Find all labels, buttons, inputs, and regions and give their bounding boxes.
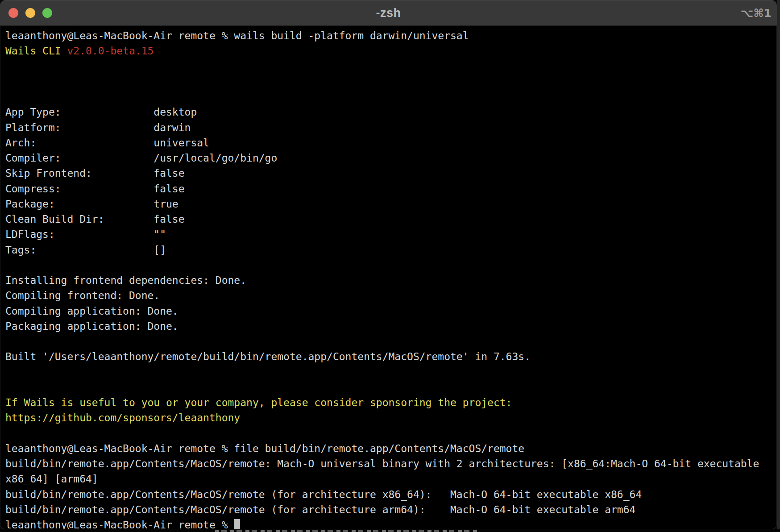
terminal-line: build/bin/remote.app/Contents/MacOS/remo… <box>5 487 777 502</box>
terminal-line <box>5 89 777 104</box>
terminal-screen[interactable]: leaanthony@Leas-MacBook-Air remote % wai… <box>0 26 777 529</box>
terminal-line: If Wails is useful to you or your compan… <box>5 395 777 410</box>
terminal-line: leaanthony@Leas-MacBook-Air remote % fil… <box>5 441 777 456</box>
terminal-text-segment: Platform: darwin <box>5 122 191 133</box>
terminal-line: Platform: darwin <box>5 120 777 135</box>
terminal-text-segment: Package: true <box>5 198 178 210</box>
terminal-line: LDFlags: "" <box>5 227 777 242</box>
terminal-text-segment: LDFlags: "" <box>5 229 166 240</box>
terminal-text-segment: build/bin/remote.app/Contents/MacOS/remo… <box>5 458 759 470</box>
terminal-line: Built '/Users/leaanthony/remote/build/bi… <box>5 349 777 364</box>
background-window-edge <box>777 0 780 529</box>
terminal-text-segment: Tags: [] <box>5 244 166 256</box>
clipped-text-fragments <box>215 530 478 532</box>
terminal-text-segment: Compiling frontend: Done. <box>5 290 160 301</box>
terminal-text-segment: App Type: desktop <box>5 106 197 118</box>
terminal-text-segment: Built '/Users/leaanthony/remote/build/bi… <box>5 351 531 362</box>
terminal-line <box>5 426 777 441</box>
terminal-text-segment: Wails CLI <box>5 45 67 57</box>
terminal-line: Arch: universal <box>5 135 777 150</box>
terminal-line: build/bin/remote.app/Contents/MacOS/remo… <box>5 502 777 517</box>
text-cursor <box>234 519 240 529</box>
terminal-line <box>5 74 777 89</box>
terminal-line <box>5 59 777 74</box>
terminal-line: Package: true <box>5 196 777 212</box>
terminal-line: Wails CLI v2.0.0-beta.15 <box>5 43 777 58</box>
terminal-line <box>5 365 777 380</box>
terminal-text-segment: Clean Build Dir: false <box>5 213 185 225</box>
clipped-background-text-strip <box>0 529 780 532</box>
terminal-line <box>5 380 777 395</box>
terminal-text-segment: Arch: universal <box>5 137 209 149</box>
terminal-line: Skip Frontend: false <box>5 166 777 181</box>
terminal-line: x86_64] [arm64] <box>5 471 777 486</box>
terminal-text-segment: v2.0.0-beta.15 <box>67 45 154 57</box>
window-shortcut-badge: ⌥⌘1 <box>741 0 772 25</box>
terminal-line: Clean Build Dir: false <box>5 212 777 227</box>
terminal-text-segment: leaanthony@Leas-MacBook-Air remote % fil… <box>5 443 524 454</box>
terminal-line: Compress: false <box>5 181 777 196</box>
terminal-text-segment: Compiling application: Done. <box>5 305 178 317</box>
titlebar[interactable]: -zsh ⌥⌘1 <box>0 0 777 26</box>
terminal-line: Compiling application: Done. <box>5 303 777 319</box>
terminal-line: Installing frontend dependencies: Done. <box>5 273 777 288</box>
terminal-line <box>5 258 777 273</box>
terminal-text-segment: If Wails is useful to you or your compan… <box>5 397 512 408</box>
terminal-line: App Type: desktop <box>5 104 777 120</box>
terminal-text-segment: Skip Frontend: false <box>5 167 185 179</box>
terminal-line <box>5 334 777 349</box>
terminal-text-segment: https://github.com/sponsors/leaanthony <box>5 412 240 424</box>
terminal-text-segment: leaanthony@Leas-MacBook-Air remote % wai… <box>5 30 469 42</box>
terminal-line: https://github.com/sponsors/leaanthony <box>5 410 777 425</box>
terminal-line: Packaging application: Done. <box>5 319 777 334</box>
terminal-line: Compiler: /usr/local/go/bin/go <box>5 150 777 166</box>
terminal-line: leaanthony@Leas-MacBook-Air remote % wai… <box>5 28 777 43</box>
terminal-text-segment: Installing frontend dependencies: Done. <box>5 274 246 286</box>
terminal-text-segment: build/bin/remote.app/Contents/MacOS/remo… <box>5 504 635 515</box>
terminal-text-segment: build/bin/remote.app/Contents/MacOS/remo… <box>5 489 642 500</box>
terminal-text-segment: leaanthony@Leas-MacBook-Air remote % <box>5 519 234 529</box>
terminal-text-segment: Packaging application: Done. <box>5 320 178 332</box>
terminal-line: Compiling frontend: Done. <box>5 288 777 303</box>
terminal-window: -zsh ⌥⌘1 leaanthony@Leas-MacBook-Air rem… <box>0 0 777 529</box>
terminal-line: Tags: [] <box>5 242 777 258</box>
terminal-line: leaanthony@Leas-MacBook-Air remote % <box>5 517 777 529</box>
terminal-line: build/bin/remote.app/Contents/MacOS/remo… <box>5 456 777 471</box>
terminal-text-segment: x86_64] [arm64] <box>5 473 98 485</box>
terminal-text-segment: Compress: false <box>5 183 185 195</box>
terminal-text-segment: Compiler: /usr/local/go/bin/go <box>5 152 277 164</box>
window-title: -zsh <box>0 6 777 20</box>
